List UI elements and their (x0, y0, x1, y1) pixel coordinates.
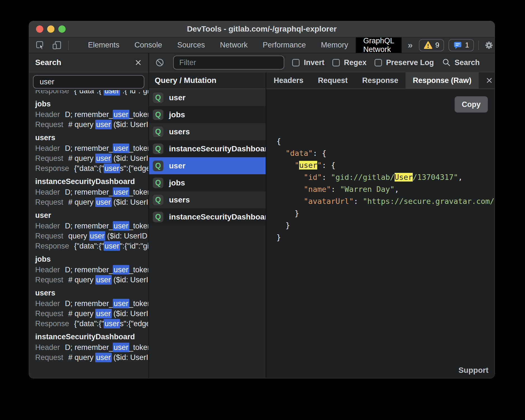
more-tabs-chevron-icon[interactable]: » (402, 37, 419, 53)
result-field-value: D; remember_user_token=ey (65, 299, 148, 308)
settings-gear-icon[interactable] (483, 39, 495, 51)
query-list-item-label: users (169, 127, 190, 136)
result-field-label: Header (35, 343, 60, 352)
tab-performance[interactable]: Performance (255, 37, 314, 53)
query-list-item-users[interactable]: Qusers (149, 123, 266, 140)
query-list-item-instanceSecurityDashboard[interactable]: QinstanceSecurityDashboard (149, 140, 266, 157)
warning-badge[interactable]: 9 (419, 39, 444, 51)
response-raw-json: Copy { "data": { "user": { "id": "gid://… (266, 89, 495, 378)
match-highlight: user (95, 275, 112, 285)
search-result-line[interactable]: HeaderD; remember_user_token=ey (35, 187, 148, 197)
filter-bar: Invert Regex Preserve Log Search (149, 53, 495, 72)
query-list-item-user[interactable]: Quser (149, 157, 266, 174)
zoom-window-button[interactable] (58, 25, 66, 33)
detail-tabs: HeadersRequestResponseResponse (Raw) (266, 72, 495, 89)
search-result-line[interactable]: Response{"data":{"user":{"id":"gid (35, 90, 148, 96)
inspect-element-icon[interactable] (35, 39, 46, 51)
search-result-section-title[interactable]: user (35, 210, 148, 221)
query-list-item-label: jobs (169, 178, 185, 187)
device-toolbar-icon[interactable] (51, 39, 63, 51)
tab-memory[interactable]: Memory (313, 37, 356, 53)
result-field-value: D; remember_user_token=ey (65, 266, 148, 274)
result-field-value: # query user ($id: UserID (68, 154, 148, 163)
regex-checkbox-group[interactable]: Regex (332, 58, 367, 67)
minimize-window-button[interactable] (47, 25, 54, 33)
search-toggle[interactable]: Search (442, 58, 480, 67)
search-result-line[interactable]: Request# query user ($id: UserID (35, 120, 148, 130)
tab-network[interactable]: Network (213, 37, 255, 53)
query-list-item-jobs[interactable]: Qjobs (149, 174, 266, 191)
match-highlight: user (113, 187, 129, 197)
search-result-line[interactable]: Response{"data":{"user":{"id":"gid (35, 241, 148, 251)
query-list-item-instanceSecurityDashboard[interactable]: QinstanceSecurityDashboard (149, 208, 266, 225)
query-list-item-user[interactable]: Quser (149, 89, 266, 106)
match-highlight: user (104, 241, 120, 251)
match-highlight: user (95, 309, 112, 318)
match-highlight: user (104, 90, 120, 96)
result-field-value: # query user ($id: UserID (68, 353, 148, 362)
result-field-label: Header (35, 299, 60, 308)
search-result-line[interactable]: Request# query user ($id: UserID (35, 275, 148, 285)
search-result-section-title[interactable]: users (35, 287, 148, 299)
preserve-log-checkbox[interactable] (374, 59, 382, 66)
tab-graphql-network[interactable]: GraphQL Network (356, 37, 402, 53)
support-link[interactable]: Support (459, 366, 488, 375)
tab-sources[interactable]: Sources (170, 37, 213, 53)
search-result-section-title[interactable]: jobs (35, 254, 148, 265)
result-field-value: # query user ($id: UserID (68, 276, 148, 284)
search-result-line[interactable]: Request# query user ($id: UserID (35, 197, 148, 207)
clear-requests-icon[interactable] (154, 56, 165, 69)
query-type-icon: Q (153, 109, 163, 120)
query-list-item-jobs[interactable]: Qjobs (149, 106, 266, 123)
detail-tab-response[interactable]: Response (355, 72, 405, 89)
regex-checkbox[interactable] (332, 59, 340, 66)
search-result-section-title[interactable]: instanceSecurityDashboard (35, 176, 148, 187)
message-badge[interactable]: 1 (448, 39, 474, 51)
search-result-section-title[interactable]: users (35, 132, 148, 143)
search-result-line[interactable]: HeaderD; remember_user_token=ey (35, 342, 148, 352)
search-input[interactable] (33, 75, 144, 89)
result-field-label: Header (35, 188, 60, 196)
tab-console[interactable]: Console (127, 37, 170, 53)
invert-checkbox-group[interactable]: Invert (292, 58, 324, 67)
detail-tab-response-raw-[interactable]: Response (Raw) (405, 72, 479, 89)
search-result-section-title[interactable]: jobs (35, 98, 148, 109)
match-highlight: user (113, 265, 129, 275)
search-result-line[interactable]: HeaderD; remember_user_token=ey (35, 109, 148, 120)
search-result-section-title[interactable]: instanceSecurityDashboard (35, 331, 148, 342)
copy-button[interactable]: Copy (455, 96, 488, 113)
search-result-line[interactable]: Request# query user ($id: UserID (35, 352, 148, 362)
filter-input[interactable] (173, 56, 284, 70)
search-result-line[interactable]: Requestquery user ($id: UserID (35, 231, 148, 241)
preserve-log-checkbox-group[interactable]: Preserve Log (374, 58, 434, 67)
detail-close-icon[interactable] (479, 72, 495, 89)
search-panel-title: Search (35, 58, 134, 67)
json-line: "name": "Warren Day", (276, 183, 495, 195)
search-close-icon[interactable] (134, 59, 142, 66)
search-result-line[interactable]: HeaderD; remember_user_token=ey (35, 221, 148, 231)
toolbar-separator (478, 40, 479, 50)
search-result-line[interactable]: Request# query user ($id: UserID (35, 309, 148, 319)
json-line: "data": { (276, 147, 495, 159)
invert-checkbox[interactable] (292, 59, 300, 66)
search-result-line[interactable]: Response{"data":{"users":{"edges": (35, 319, 148, 329)
query-type-icon: Q (153, 212, 163, 222)
tab-elements[interactable]: Elements (80, 37, 127, 53)
search-result-line[interactable]: Request# query user ($id: UserID (35, 153, 148, 163)
invert-label: Invert (304, 58, 324, 67)
search-result-line[interactable]: Response{"data":{"users":{"edges": (35, 163, 148, 173)
search-result-line[interactable]: HeaderD; remember_user_token=ey (35, 143, 148, 153)
json-line: "user": { (276, 159, 495, 171)
toolbar-separator (68, 40, 69, 50)
close-window-button[interactable] (36, 25, 43, 33)
query-list-item-users[interactable]: Qusers (149, 191, 266, 208)
detail-tab-request[interactable]: Request (311, 72, 355, 89)
query-type-icon: Q (153, 92, 163, 103)
result-field-label: Request (35, 276, 63, 284)
result-field-value: D; remember_user_token=ey (65, 110, 148, 119)
search-result-line[interactable]: HeaderD; remember_user_token=ey (35, 299, 148, 309)
match-highlight: user (104, 164, 120, 173)
result-field-label: Header (35, 266, 60, 274)
search-result-line[interactable]: HeaderD; remember_user_token=ey (35, 265, 148, 275)
detail-tab-headers[interactable]: Headers (266, 72, 311, 89)
